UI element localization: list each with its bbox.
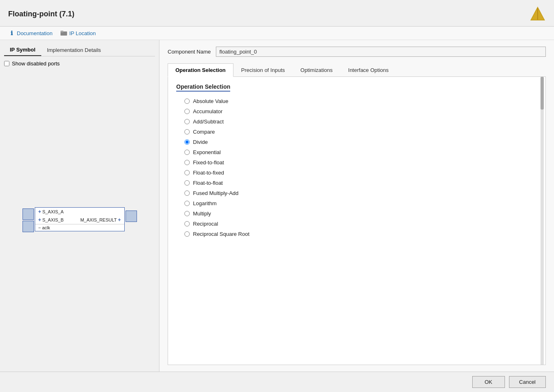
title-bar: Floating-point (7.1) [0,0,554,27]
window-title: Floating-point (7.1) [8,10,74,18]
tab-ip-symbol[interactable]: IP Symbol [4,44,41,56]
show-disabled-ports-row: Show disabled ports [4,60,155,67]
radio-item-fixed-to-float: Fixed-to-float [184,159,537,166]
radio-item-reciprocal-square-root: Reciprocal Square Root [184,231,537,237]
radio-fused-multiply-add[interactable] [184,190,190,196]
aclk-label: aclk [42,225,50,230]
plus-icon-b: + [38,217,41,223]
component-name-label: Component Name [168,49,211,55]
config-tab-optimizations[interactable]: Optimizations [293,63,341,76]
ip-symbol-canvas: + Operation Selection S_AXIS_A + S_AXIS_… [4,71,155,367]
port-result-label: M_AXIS_RESULT [80,217,117,222]
radio-item-float-to-fixed: Float-to-fixed [184,170,537,176]
tab-implementation-details[interactable]: Implementation Details [41,44,107,56]
config-tab-operation-selection[interactable]: Operation Selection [168,63,233,77]
bus-connector-top [22,208,34,220]
right-bus-box [126,211,137,222]
radio-logarithm[interactable] [184,201,190,206]
radio-label-reciprocal: Reciprocal [193,221,218,227]
radio-item-divide: Divide [184,139,537,145]
port-a-label: S_AXIS_A [43,209,64,214]
ip-location-link[interactable]: IP Location [61,30,96,36]
radio-label-float-to-float: Float-to-float [193,180,223,186]
radio-fixed-to-float[interactable] [184,160,190,165]
plus-icon-result: + [118,217,121,223]
left-panel: IP Symbol Implementation Details Show di… [0,40,159,372]
right-bus-connector [126,211,137,222]
aclk-minus: − [38,225,41,230]
radio-label-reciprocal-square-root: Reciprocal Square Root [193,231,249,237]
info-icon: ℹ [8,30,15,36]
plus-icon-a: + [38,209,41,215]
scrollbar-thumb[interactable] [541,77,544,110]
documentation-link[interactable]: ℹ Documentation [8,30,52,36]
radio-compare[interactable] [184,129,190,134]
radio-item-multiply: Multiply [184,211,537,217]
port-b-label: S_AXIS_B [43,217,64,222]
folder-icon [61,30,67,36]
component-name-input[interactable] [216,47,546,57]
radio-label-multiply: Multiply [193,211,211,217]
ip-aclk-row: − aclk [35,224,124,231]
config-content: Operation Selection Absolute ValueAccumu… [168,77,546,365]
port-m-axis-result: M_AXIS_RESULT + [80,217,121,223]
ip-symbol-block-wrapper: + Operation Selection S_AXIS_A + S_AXIS_… [35,207,125,231]
radio-label-add-subtract: Add/Subtract [193,119,224,125]
radio-reciprocal[interactable] [184,221,190,226]
cancel-button[interactable]: Cancel [509,376,546,388]
radio-label-logarithm: Logarithm [193,200,217,206]
radio-item-exponential: Exponential [184,149,537,155]
radio-divide[interactable] [184,139,190,145]
svg-rect-4 [61,31,63,32]
radio-label-compare: Compare [193,129,215,135]
port-s-axis-b: + S_AXIS_B [38,217,64,223]
radio-float-to-fixed[interactable] [184,170,190,175]
left-panel-tabs: IP Symbol Implementation Details [4,44,155,56]
section-title: Operation Selection [176,83,230,92]
operation-radio-list: Absolute ValueAccumulatorAdd/SubtractCom… [176,98,537,237]
show-disabled-ports-checkbox[interactable] [4,61,9,66]
radio-label-fixed-to-float: Fixed-to-float [193,159,224,166]
radio-label-fused-multiply-add: Fused Multiply-Add [193,190,238,196]
radio-float-to-float[interactable] [184,180,190,186]
scrollbar-track[interactable] [541,77,544,365]
left-bus-connectors [22,208,34,232]
radio-label-accumulator: Accumulator [193,108,222,114]
radio-accumulator[interactable] [184,109,190,114]
main-content: IP Symbol Implementation Details Show di… [0,40,554,372]
component-name-row: Component Name [168,47,546,57]
bus-connector-bottom [22,221,34,232]
radio-label-exponential: Exponential [193,149,221,155]
radio-item-add-subtract: Add/Subtract [184,119,537,125]
radio-item-float-to-float: Float-to-float [184,180,537,186]
radio-add-subtract[interactable] [184,119,190,124]
radio-reciprocal-square-root[interactable] [184,231,190,237]
ip-port-row-a: + Operation Selection S_AXIS_A [35,208,124,216]
bottom-bar: OK Cancel [0,372,554,392]
xilinx-logo-icon [529,6,546,22]
ip-port-row-b: + S_AXIS_B M_AXIS_RESULT + [35,216,124,224]
radio-item-logarithm: Logarithm [184,200,537,206]
radio-item-absolute-value: Absolute Value [184,98,537,104]
config-tab-interface-options[interactable]: Interface Options [341,63,397,76]
radio-multiply[interactable] [184,211,190,216]
radio-absolute-value[interactable] [184,99,190,104]
port-s-axis-a: + Operation Selection S_AXIS_A [38,209,64,215]
show-disabled-ports-label: Show disabled ports [12,60,60,67]
radio-item-accumulator: Accumulator [184,108,537,114]
links-bar: ℹ Documentation IP Location [0,27,554,40]
radio-exponential[interactable] [184,150,190,155]
ok-button[interactable]: OK [472,376,505,388]
ip-symbol-inner-block: + Operation Selection S_AXIS_A + S_AXIS_… [35,207,125,231]
radio-label-divide: Divide [193,139,208,145]
right-panel: Component Name Operation Selection Preci… [159,40,554,372]
radio-label-absolute-value: Absolute Value [193,98,229,104]
radio-item-reciprocal: Reciprocal [184,221,537,227]
radio-item-compare: Compare [184,129,537,135]
config-tab-precision-of-inputs[interactable]: Precision of Inputs [233,63,293,76]
radio-label-float-to-fixed: Float-to-fixed [193,170,224,176]
config-tabs: Operation Selection Precision of Inputs … [168,63,546,77]
radio-item-fused-multiply-add: Fused Multiply-Add [184,190,537,196]
